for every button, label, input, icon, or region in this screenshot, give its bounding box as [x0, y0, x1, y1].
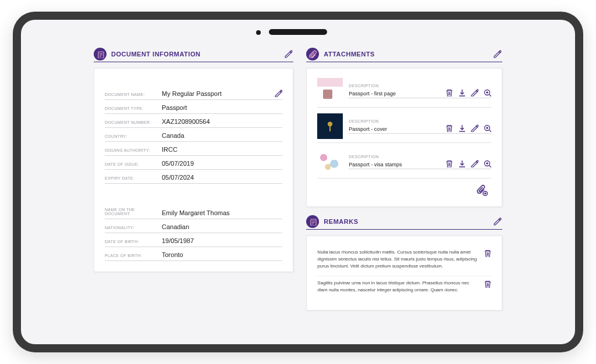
edit-icon[interactable] — [470, 159, 478, 167]
label-expiry-date: EXPIRY DATE: — [105, 176, 157, 181]
download-icon[interactable] — [457, 88, 466, 97]
value-nationality: Canadian — [162, 223, 282, 230]
label-document-number: DOCUMENT NUMBER: — [105, 120, 157, 125]
value-date-of-birth: 19/05/1987 — [162, 237, 282, 244]
document-icon — [94, 48, 107, 60]
app-screen: DOCUMENT INFORMATION DOCUMENT NAME: My R… — [21, 20, 575, 344]
attachments-header: ATTACHMENTS — [306, 48, 502, 62]
attachment-row: DESCRIPTION Passport - cover — [317, 108, 491, 143]
attachment-description: Passport - first page — [349, 91, 445, 97]
remarks-header: REMARKS — [306, 215, 502, 230]
attachments-title: ATTACHMENTS — [324, 51, 375, 58]
edit-document-name-button[interactable] — [274, 89, 282, 97]
attachment-thumbnail[interactable] — [317, 78, 343, 104]
edit-icon[interactable] — [470, 124, 478, 132]
add-attachment-button[interactable] — [476, 184, 491, 196]
edit-attachments-button[interactable] — [493, 49, 502, 59]
attachment-thumbnail[interactable] — [317, 113, 343, 139]
remarks-icon — [306, 215, 319, 228]
delete-remark-button[interactable] — [483, 280, 491, 288]
attachments-card: DESCRIPTION Passport - first page — [306, 68, 502, 207]
remark-row: Nulla lacus rhoncus sollicitudin mattis.… — [317, 245, 491, 276]
attachment-thumbnail[interactable] — [317, 149, 343, 174]
download-icon[interactable] — [457, 124, 466, 132]
label-nationality: NATIONALITY: — [105, 226, 157, 230]
delete-remark-button[interactable] — [483, 249, 491, 257]
edit-icon[interactable] — [470, 88, 478, 97]
value-document-type: Passport — [162, 104, 282, 111]
docinfo-title: DOCUMENT INFORMATION — [111, 51, 200, 58]
edit-remarks-button[interactable] — [493, 217, 502, 226]
remarks-title: REMARKS — [324, 218, 358, 225]
tablet-frame: DOCUMENT INFORMATION DOCUMENT NAME: My R… — [13, 12, 583, 352]
remarks-card: Nulla lacus rhoncus sollicitudin mattis.… — [306, 235, 502, 311]
docinfo-card: DOCUMENT NAME: My Regular Passport DOCUM… — [94, 68, 293, 272]
zoom-icon[interactable] — [483, 159, 491, 167]
label-document-name: DOCUMENT NAME: — [105, 92, 157, 97]
value-document-name: My Regular Passport — [162, 90, 269, 97]
value-name-on-document: Emily Margaret Thomas — [162, 209, 282, 216]
value-expiry-date: 05/07/2024 — [162, 174, 282, 181]
label-issuing-authority: ISSUING AUTHORITY: — [105, 148, 157, 153]
speaker-slot — [269, 29, 327, 35]
edit-docinfo-button[interactable] — [284, 49, 293, 59]
attachment-desc-label: DESCRIPTION — [349, 84, 491, 88]
label-country: COUNTRY: — [105, 134, 157, 139]
remark-text: Sagittis pulvinar urna non in lacus tris… — [317, 280, 477, 294]
attachment-description: Passport - cover — [349, 126, 445, 132]
docinfo-header: DOCUMENT INFORMATION — [94, 48, 293, 62]
label-date-of-birth: DATE OF BIRTH: — [105, 240, 157, 244]
remark-text: Nulla lacus rhoncus sollicitudin mattis.… — [317, 249, 477, 270]
zoom-icon[interactable] — [483, 124, 491, 132]
attachment-desc-label: DESCRIPTION — [349, 155, 491, 159]
label-name-on-document: NAME ON THE DOCUMENT: — [105, 208, 157, 216]
delete-icon[interactable] — [445, 159, 453, 167]
attachment-row: DESCRIPTION Passport - visa stamps — [317, 143, 491, 179]
delete-icon[interactable] — [445, 88, 453, 97]
attachment-row: DESCRIPTION Passport - first page — [317, 78, 491, 108]
download-icon[interactable] — [457, 159, 466, 167]
delete-icon[interactable] — [445, 124, 453, 132]
attachment-description: Passport - visa stamps — [349, 162, 445, 167]
label-date-of-issue: DATE OF ISSUE: — [105, 162, 157, 167]
value-date-of-issue: 05/07/2019 — [162, 160, 282, 167]
attachment-icon — [306, 48, 319, 60]
remark-row: Sagittis pulvinar urna non in lacus tris… — [317, 276, 491, 299]
label-document-type: DOCUMENT TYPE: — [105, 106, 157, 111]
camera-dot — [256, 30, 261, 35]
zoom-icon[interactable] — [483, 88, 491, 97]
value-issuing-authority: IRCC — [162, 146, 282, 153]
value-place-of-birth: Toronto — [162, 251, 282, 258]
value-document-number: XAZ1208900564 — [162, 118, 282, 125]
value-country: Canada — [162, 132, 282, 139]
label-place-of-birth: PLACE OF BIRTH: — [105, 254, 157, 258]
attachment-desc-label: DESCRIPTION — [349, 119, 491, 123]
